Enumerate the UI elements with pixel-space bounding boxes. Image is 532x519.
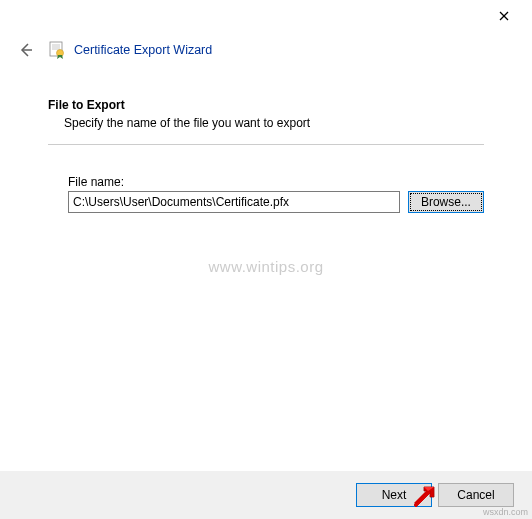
footer: Next Cancel	[0, 471, 532, 519]
wizard-title: Certificate Export Wizard	[74, 43, 212, 57]
section-description: Specify the name of the file you want to…	[64, 116, 484, 130]
wizard-header: Certificate Export Wizard	[0, 32, 532, 76]
section-title: File to Export	[48, 98, 484, 112]
close-button[interactable]	[488, 4, 520, 28]
divider	[48, 144, 484, 145]
next-button[interactable]: Next	[356, 483, 432, 507]
cancel-button[interactable]: Cancel	[438, 483, 514, 507]
file-name-input[interactable]	[68, 191, 400, 213]
certificate-icon	[48, 41, 66, 59]
back-button[interactable]	[16, 40, 36, 60]
file-field-area: File name: Browse...	[68, 175, 484, 213]
browse-button[interactable]: Browse...	[408, 191, 484, 213]
watermark: www.wintips.org	[208, 258, 323, 275]
titlebar	[0, 0, 532, 32]
content-area: File to Export Specify the name of the f…	[0, 98, 532, 213]
file-name-label: File name:	[68, 175, 484, 189]
